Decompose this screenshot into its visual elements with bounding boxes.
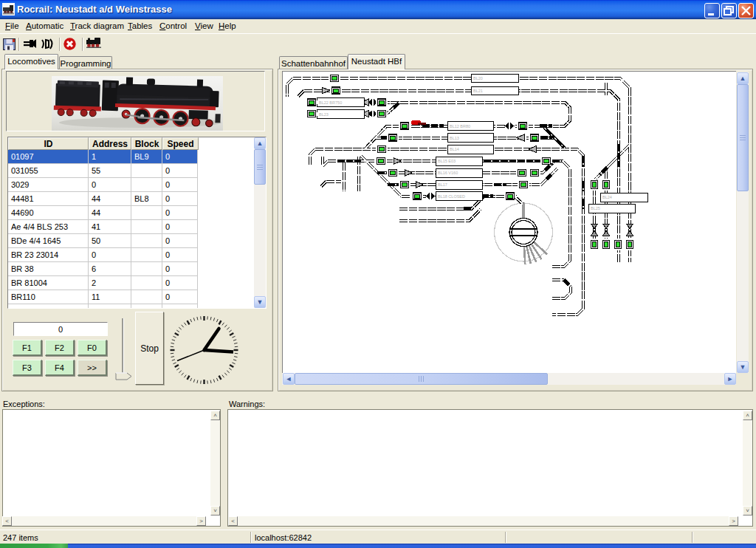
svg-text:BL16 V160: BL16 V160 <box>438 171 458 175</box>
svg-text:BL13: BL13 <box>450 136 459 140</box>
svg-text:BL17: BL17 <box>438 182 447 187</box>
svg-text:BL20: BL20 <box>473 76 483 81</box>
svg-text:BL23: BL23 <box>319 112 329 117</box>
svg-text:BL18 CLOSED: BL18 CLOSED <box>438 194 465 199</box>
svg-text:BL12 BR80: BL12 BR80 <box>450 124 470 129</box>
svg-text:BL24: BL24 <box>602 195 612 199</box>
svg-text:BL21: BL21 <box>473 89 483 93</box>
svg-text:BL15 E03: BL15 E03 <box>438 159 456 163</box>
svg-text:BL14: BL14 <box>450 147 459 151</box>
svg-text:BL25: BL25 <box>591 206 600 210</box>
svg-text:BL22 BR750: BL22 BR750 <box>319 100 342 105</box>
